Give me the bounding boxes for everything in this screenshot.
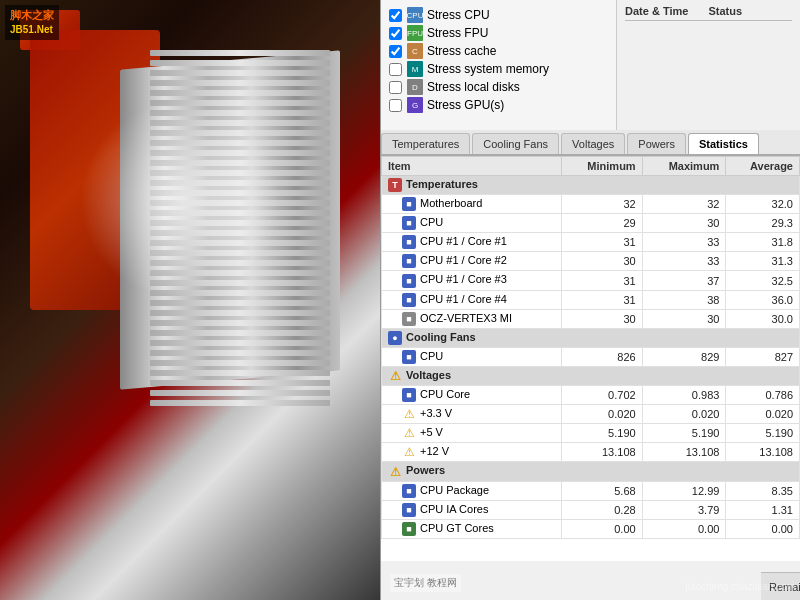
row-max-cell: 0.983 xyxy=(642,386,726,405)
data-table-container[interactable]: Item Minimum Maximum Average TTemperatur… xyxy=(381,156,800,561)
row-item-cell: ■CPU #1 / Core #4 xyxy=(382,290,562,309)
section-label: ●Cooling Fans xyxy=(382,328,800,347)
statistics-table: Item Minimum Maximum Average TTemperatur… xyxy=(381,156,800,539)
row-max-cell: 33 xyxy=(642,233,726,252)
row-item-cell: ■CPU #1 / Core #3 xyxy=(382,271,562,290)
row-avg-cell: 1.31 xyxy=(726,500,800,519)
section-icon: ⚠ xyxy=(388,369,402,383)
tab-powers[interactable]: Powers xyxy=(627,133,686,154)
stress-icon-stress-cpu: CPU xyxy=(407,7,423,23)
status-header: Status xyxy=(709,5,793,17)
row-min-cell: 0.020 xyxy=(562,405,643,424)
row-icon: ■ xyxy=(402,293,416,307)
table-section-header: ⚠Powers xyxy=(382,462,800,481)
checkbox-stress-fpu[interactable] xyxy=(389,27,402,40)
row-avg-cell: 827 xyxy=(726,347,800,366)
table-row: ■CPU GT Cores0.000.000.00 xyxy=(382,519,800,538)
main-panel: CPUStress CPUFPUStress FPUCStress cacheM… xyxy=(380,0,800,600)
watermark-line1: 脚木之家 xyxy=(10,8,54,23)
row-avg-cell: 36.0 xyxy=(726,290,800,309)
row-max-cell: 30 xyxy=(642,309,726,328)
row-max-cell: 0.00 xyxy=(642,519,726,538)
section-label: ⚠Voltages xyxy=(382,366,800,385)
row-max-cell: 12.99 xyxy=(642,481,726,500)
table-section-header: TTemperatures xyxy=(382,176,800,195)
table-row: ■CPU #1 / Core #1313331.8 xyxy=(382,233,800,252)
checkbox-stress-disk[interactable] xyxy=(389,81,402,94)
table-row: ■CPU #1 / Core #4313836.0 xyxy=(382,290,800,309)
table-row: ⚠+12 V13.10813.10813.108 xyxy=(382,443,800,462)
stress-label-stress-gpu: Stress GPU(s) xyxy=(427,98,504,112)
watermark-line2: JB51.Net xyxy=(10,23,54,37)
stress-option-stress-gpu: GStress GPU(s) xyxy=(389,97,608,113)
row-avg-cell: 31.3 xyxy=(726,252,800,271)
row-icon: ■ xyxy=(402,388,416,402)
row-item-cell: ■CPU Core xyxy=(382,386,562,405)
tab-voltages[interactable]: Voltages xyxy=(561,133,625,154)
stress-option-stress-fpu: FPUStress FPU xyxy=(389,25,608,41)
stress-icon-stress-memory: M xyxy=(407,61,423,77)
table-row: ■CPU293029.3 xyxy=(382,214,800,233)
stress-label-stress-disk: Stress local disks xyxy=(427,80,520,94)
stress-option-stress-cache: CStress cache xyxy=(389,43,608,59)
table-section-header: ●Cooling Fans xyxy=(382,328,800,347)
row-max-cell: 0.020 xyxy=(642,405,726,424)
stress-label-stress-fpu: Stress FPU xyxy=(427,26,488,40)
stress-label-stress-memory: Stress system memory xyxy=(427,62,549,76)
row-avg-cell: 0.00 xyxy=(726,519,800,538)
row-item-cell: ■CPU Package xyxy=(382,481,562,500)
row-min-cell: 30 xyxy=(562,309,643,328)
row-max-cell: 33 xyxy=(642,252,726,271)
row-min-cell: 30 xyxy=(562,252,643,271)
row-max-cell: 13.108 xyxy=(642,443,726,462)
row-item-cell: ■Motherboard xyxy=(382,195,562,214)
row-min-cell: 32 xyxy=(562,195,643,214)
row-item-cell: ■CPU #1 / Core #1 xyxy=(382,233,562,252)
table-row: ■CPU #1 / Core #2303331.3 xyxy=(382,252,800,271)
stress-option-stress-memory: MStress system memory xyxy=(389,61,608,77)
row-max-cell: 38 xyxy=(642,290,726,309)
table-row: ■CPU Package5.6812.998.35 xyxy=(382,481,800,500)
stress-options-panel: CPUStress CPUFPUStress FPUCStress cacheM… xyxy=(381,0,616,130)
checkbox-stress-cache[interactable] xyxy=(389,45,402,58)
row-min-cell: 5.190 xyxy=(562,424,643,443)
row-max-cell: 37 xyxy=(642,271,726,290)
table-row: ■Motherboard323232.0 xyxy=(382,195,800,214)
table-row: ■CPU Core0.7020.9830.786 xyxy=(382,386,800,405)
row-avg-cell: 0.786 xyxy=(726,386,800,405)
checkbox-stress-memory[interactable] xyxy=(389,63,402,76)
row-avg-cell: 29.3 xyxy=(726,214,800,233)
row-avg-cell: 32.5 xyxy=(726,271,800,290)
col-minimum: Minimum xyxy=(562,157,643,176)
row-item-cell: ■CPU xyxy=(382,347,562,366)
row-icon: ⚠ xyxy=(402,426,416,440)
row-icon: ■ xyxy=(402,312,416,326)
row-min-cell: 5.68 xyxy=(562,481,643,500)
background-photo xyxy=(0,0,390,600)
row-avg-cell: 32.0 xyxy=(726,195,800,214)
row-icon: ■ xyxy=(402,484,416,498)
stress-icon-stress-disk: D xyxy=(407,79,423,95)
row-item-cell: ■OCZ-VERTEX3 MI xyxy=(382,309,562,328)
tab-cooling-fans[interactable]: Cooling Fans xyxy=(472,133,559,154)
tab-statistics[interactable]: Statistics xyxy=(688,133,759,154)
date-status-header: Date & Time Status xyxy=(625,5,792,21)
checkbox-stress-gpu[interactable] xyxy=(389,99,402,112)
row-max-cell: 3.79 xyxy=(642,500,726,519)
row-icon: ⚠ xyxy=(402,445,416,459)
stress-option-stress-disk: DStress local disks xyxy=(389,79,608,95)
checkbox-stress-cpu[interactable] xyxy=(389,9,402,22)
stress-icon-stress-gpu: G xyxy=(407,97,423,113)
row-icon: ■ xyxy=(402,235,416,249)
row-icon: ⚠ xyxy=(402,407,416,421)
table-row: ⚠+3.3 V0.0200.0200.020 xyxy=(382,405,800,424)
row-avg-cell: 8.35 xyxy=(726,481,800,500)
table-row: ■CPU #1 / Core #3313732.5 xyxy=(382,271,800,290)
tab-temperatures[interactable]: Temperatures xyxy=(381,133,470,154)
row-item-cell: ■CPU GT Cores xyxy=(382,519,562,538)
row-item-cell: ■CPU IA Cores xyxy=(382,500,562,519)
row-avg-cell: 5.190 xyxy=(726,424,800,443)
row-min-cell: 13.108 xyxy=(562,443,643,462)
row-icon: ■ xyxy=(402,274,416,288)
stress-label-stress-cache: Stress cache xyxy=(427,44,496,58)
